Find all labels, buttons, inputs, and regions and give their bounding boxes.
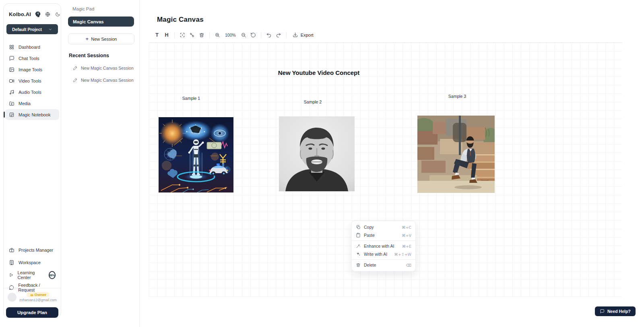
zoom-out-button[interactable] bbox=[239, 31, 248, 39]
project-selector[interactable]: Default Project bbox=[6, 24, 58, 34]
menu-divider bbox=[352, 259, 415, 260]
sample-label-3[interactable]: Sample 3 bbox=[443, 94, 471, 99]
canvas-title[interactable]: New Youtube Video Concept bbox=[266, 69, 371, 76]
context-menu: Copy ⌘+C Paste ⌘+V Enhance with AI ⌘+E W… bbox=[351, 221, 416, 271]
sample-image-2[interactable] bbox=[279, 116, 355, 191]
new-session-button[interactable]: + New Session bbox=[68, 33, 134, 44]
redo-button[interactable] bbox=[274, 31, 283, 39]
shortcut: ⌘+⇧+W bbox=[394, 252, 411, 257]
magic-pad-link[interactable]: Magic Pad bbox=[72, 6, 139, 11]
download-icon bbox=[293, 32, 298, 37]
sidebar-item-label: Chat Tools bbox=[19, 56, 39, 61]
logo-row: Kolbo.AI bbox=[4, 4, 61, 18]
page-title: Magic Canvas bbox=[157, 16, 204, 24]
sidebar-item-image-tools[interactable]: Image Tools bbox=[5, 64, 59, 75]
crown-icon bbox=[30, 293, 34, 297]
sidebar-item-video-tools[interactable]: Video Tools bbox=[5, 75, 59, 86]
toolbar-divider bbox=[286, 32, 287, 38]
sparkles-icon bbox=[356, 252, 361, 257]
language-globe-icon[interactable] bbox=[45, 12, 50, 17]
image-icon bbox=[9, 67, 14, 72]
sample-label-1[interactable]: Sample 1 bbox=[177, 96, 205, 101]
delete-tool-button[interactable] bbox=[197, 31, 206, 39]
menu-item-paste[interactable]: Paste ⌘+V bbox=[352, 231, 415, 239]
ai-robot-illustration bbox=[159, 117, 233, 192]
sample-image-1[interactable] bbox=[159, 117, 233, 192]
sidebar-item-workspace[interactable]: Workspace bbox=[5, 257, 59, 268]
sidebar-item-dashboard[interactable]: Dashboard bbox=[5, 41, 59, 52]
help-chat-icon bbox=[600, 309, 605, 314]
shortcut: ⌘+C bbox=[402, 225, 411, 230]
zoom-in-icon bbox=[215, 32, 220, 38]
zoom-out-icon bbox=[241, 32, 246, 38]
pencil-icon bbox=[73, 78, 78, 83]
sidebar-item-label: Audio Tools bbox=[19, 90, 41, 95]
plus-icon: + bbox=[86, 36, 89, 42]
magic-canvas-tab[interactable]: Magic Canvas bbox=[68, 17, 134, 27]
notebook-icon bbox=[9, 112, 14, 118]
menu-item-copy[interactable]: Copy ⌘+C bbox=[352, 223, 415, 231]
briefcase-icon bbox=[9, 247, 14, 253]
sidebar-item-label: Dashboard bbox=[19, 45, 40, 50]
trash-icon bbox=[199, 32, 204, 38]
toolbar-divider bbox=[261, 32, 261, 38]
toolbar-divider bbox=[209, 32, 210, 38]
sidebar-item-audio-tools[interactable]: Audio Tools bbox=[5, 87, 59, 97]
need-help-button[interactable]: Need Help? bbox=[595, 306, 636, 316]
user-meta: Owner zoharvan12@gmail.com bbox=[19, 292, 57, 302]
sidebar-item-learning-center[interactable]: Learning Center 66% bbox=[5, 269, 59, 281]
menu-divider bbox=[352, 240, 415, 241]
sidebar-item-label: Image Tools bbox=[19, 67, 42, 72]
rotate-ccw-icon bbox=[250, 32, 256, 38]
menu-item-enhance-with-ai[interactable]: Enhance with AI ⌘+E bbox=[352, 242, 415, 250]
session-panel: Magic Pad Magic Canvas + New Session Rec… bbox=[63, 0, 140, 327]
owner-badge: Owner bbox=[27, 292, 50, 297]
sidebar-item-label: Learning Center bbox=[18, 270, 44, 280]
export-button[interactable]: Export bbox=[293, 32, 314, 37]
session-item[interactable]: New Magic Canvas Session bbox=[73, 66, 139, 70]
sidebar-item-projects-manager[interactable]: Projects Manager bbox=[5, 244, 59, 256]
dark-mode-moon-icon[interactable] bbox=[55, 12, 60, 17]
sidebar-item-label: Magic Notebook bbox=[19, 112, 51, 117]
sample-label-2[interactable]: Sample 2 bbox=[299, 99, 327, 104]
man-on-steps-illustration bbox=[417, 116, 495, 193]
magic-wand-icon bbox=[356, 244, 361, 248]
shortcut: ⌫ bbox=[406, 263, 411, 267]
shortcut: ⌘+V bbox=[402, 233, 411, 238]
sidebar-item-label: Projects Manager bbox=[19, 248, 53, 252]
chat-icon bbox=[9, 56, 14, 61]
reset-view-button[interactable] bbox=[248, 31, 258, 39]
sidebar: Kolbo.AI Default Project Dashboard Chat … bbox=[3, 3, 61, 318]
pencil-icon bbox=[73, 66, 78, 70]
avatar bbox=[8, 293, 17, 302]
select-tool-button[interactable] bbox=[178, 31, 187, 39]
sidebar-item-magic-notebook[interactable]: Magic Notebook bbox=[5, 109, 59, 120]
portrait-illustration bbox=[279, 116, 355, 191]
sample-image-3[interactable] bbox=[417, 116, 495, 193]
toolbar-divider bbox=[174, 32, 175, 38]
upgrade-plan-button[interactable]: Upgrade Plan bbox=[6, 307, 58, 318]
menu-item-write-with-ai[interactable]: Write with AI ⌘+⇧+W bbox=[352, 250, 415, 258]
nodes-icon bbox=[189, 32, 195, 38]
canvas-grid[interactable]: New Youtube Video Concept Sample 1 Sampl… bbox=[149, 43, 622, 297]
paste-icon bbox=[356, 233, 361, 238]
zoom-in-button[interactable] bbox=[213, 31, 222, 39]
heading-tool-button[interactable]: H bbox=[162, 31, 171, 39]
building-icon bbox=[9, 260, 14, 265]
connector-tool-button[interactable] bbox=[187, 31, 197, 39]
user-account[interactable]: Owner zoharvan12@gmail.com bbox=[4, 288, 61, 306]
app-root: Kolbo.AI Default Project Dashboard Chat … bbox=[0, 0, 644, 327]
trash-icon bbox=[356, 263, 361, 267]
video-icon bbox=[9, 78, 14, 84]
session-item[interactable]: New Magic Canvas Session bbox=[73, 78, 139, 83]
audio-icon bbox=[9, 89, 14, 95]
sidebar-item-label: Workspace bbox=[19, 260, 41, 265]
project-selector-label: Default Project bbox=[12, 27, 42, 32]
sidebar-item-chat-tools[interactable]: Chat Tools bbox=[5, 53, 59, 64]
sidebar-item-media[interactable]: Media bbox=[5, 98, 59, 109]
brand-logo[interactable]: Kolbo.AI bbox=[9, 11, 31, 17]
menu-item-delete[interactable]: Delete ⌫ bbox=[352, 261, 415, 269]
undo-button[interactable] bbox=[264, 31, 274, 39]
canvas-toolbar: T H 100% Export bbox=[149, 30, 622, 43]
text-tool-button[interactable]: T bbox=[152, 31, 162, 39]
